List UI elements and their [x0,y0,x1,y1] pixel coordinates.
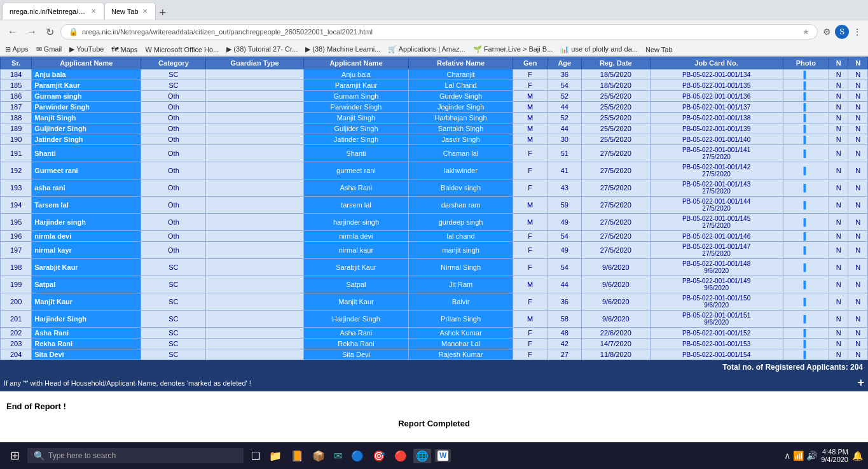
table-cell [206,197,303,214]
table-cell: Paramjit Kaur [303,80,409,91]
table-row[interactable]: 199SatpalSCSatpalJit RamM449/6/2020PB-05… [1,276,868,293]
table-cell: Jatinder Singh [32,134,141,145]
bookmark-farmer[interactable]: 🌱 Farmer.Live > Baji B... [473,45,553,53]
table-cell: M [513,311,548,328]
table-row[interactable]: 191ShantiOthShantiChaman lalF5127/5/2020… [1,145,868,162]
table-cell: 185 [1,80,32,91]
table-cell: Ashok Kumar [409,328,513,339]
table-row[interactable]: 194Tarsem lalOthtarsem laldarshan ramM59… [1,197,868,214]
table-row[interactable]: 185Paramjit KaurSCParamjit KaurLal Chand… [1,80,868,91]
tab-close-active[interactable]: ✕ [90,8,97,15]
table-cell: Oth [141,123,206,134]
tab-close-newtab[interactable]: ✕ [141,8,149,15]
table-cell: N [848,293,868,311]
table-cell: 191 [1,145,32,162]
tab-active[interactable]: nrega.nic.in/Netnrega/writeread... ✕ [3,2,104,20]
refresh-button[interactable]: ↻ [43,25,57,39]
bookmark-office[interactable]: W Microsoft Office Ho... [145,46,219,53]
table-cell: ▌ [783,242,829,259]
table-cell: 44 [548,123,582,134]
table-row[interactable]: 188Manjit SinghOthManjit SinghHarbhajan … [1,113,868,123]
table-cell: PB-05-022-001-001/153 [650,339,783,349]
table-row[interactable]: 198Sarabjit KaurSCSarabjit KaurNirmal Si… [1,259,868,276]
table-cell: M [513,197,548,214]
table-cell: PB-05-022-001-001/143 27/5/2020 [650,179,783,197]
tabs-bar: nrega.nic.in/Netnrega/writeread... ✕ New… [0,0,868,20]
table-cell: 195 [1,214,32,231]
table-cell: Balvir [409,293,513,311]
tab-newtab[interactable]: New Tab ✕ [104,2,156,20]
profile-button[interactable]: S [835,25,849,39]
table-cell: N [829,242,848,259]
table-cell: F [513,69,548,80]
bookmark-youtube[interactable]: ▶ YouTube [69,45,104,53]
table-cell: N [848,145,868,162]
table-cell: 52 [548,113,582,123]
table-row[interactable]: 202Asha RaniSCAsha RaniAshok KumarF4822/… [1,328,868,339]
bookmark-tutorial27[interactable]: ▶ (38) Tutorial 27- Cr... [226,45,298,53]
table-row[interactable]: 186Gurnam singhOthGurnam SinghGurdev Sin… [1,91,868,102]
table-row[interactable]: 193asha raniOthAsha RaniBaldev singhF432… [1,179,868,197]
table-cell: 58 [548,311,582,328]
table-cell [206,328,303,339]
table-cell: N [848,134,868,145]
bookmark-gmail[interactable]: ✉ Gmail [36,45,62,53]
table-cell: Tarsem lal [32,197,141,214]
table-cell: Rajesh Kumar [409,349,513,360]
table-cell: PB-05-022-001-001/149 9/6/2020 [650,276,783,293]
bookmark-plotly[interactable]: 📊 use of plotly and da... [560,45,638,53]
new-tab-button[interactable]: + [156,6,170,20]
table-row[interactable]: 195Harjinder singhOthharjinder singhgurd… [1,214,868,231]
note-row: If any '*' with Head of Household/Applic… [0,374,868,391]
table-row[interactable]: 190Jatinder SinghOthJatinder SinghJasvir… [1,134,868,145]
table-cell: 9/6/2020 [582,293,650,311]
table-row[interactable]: 196nirmla deviOthnirmla devilal chandF54… [1,231,868,242]
bookmark-ml[interactable]: ▶ (38) Machine Learni... [305,45,380,53]
bookmark-apps[interactable]: ⊞ Apps [5,45,29,53]
table-cell: 9/6/2020 [582,311,650,328]
table-cell: Manohar Lal [409,339,513,349]
table-cell: 11/8/2020 [582,349,650,360]
table-row[interactable]: 187Parwinder SinghOthParwinder SinghJogi… [1,102,868,113]
table-cell: Pritam Singh [409,311,513,328]
table-cell: Gurnam Singh [303,91,409,102]
table-row[interactable]: 203Rekha RaniSCRekha RaniManohar LalF421… [1,339,868,349]
table-cell [206,214,303,231]
table-cell: Oth [141,179,206,197]
menu-button[interactable]: ⋮ [851,25,863,38]
table-cell: 204 [1,349,32,360]
forward-button[interactable]: → [24,25,39,39]
table-row[interactable]: 192Gurmeet raniOthgurmeet ranilakhwinder… [1,162,868,179]
bookmark-newtab2[interactable]: New Tab [645,46,673,53]
table-row[interactable]: 201Harjinder SinghSCHarjinder SinghPrita… [1,311,868,328]
table-cell: F [513,179,548,197]
table-cell: Jit Ram [409,276,513,293]
back-button[interactable]: ← [5,25,20,39]
table-cell: Joginder Singh [409,102,513,113]
table-row[interactable]: 200Manjit KaurSCManjit KaurBalvirF369/6/… [1,293,868,311]
bookmark-maps[interactable]: 🗺 Maps [111,46,137,53]
table-row[interactable]: 197nirmal kayrOthnirmal kaurmanjit singh… [1,242,868,259]
table-cell: Parwinder Singh [303,102,409,113]
address-bar[interactable]: 🔒 nrega.nic.in/Netnrega/writereaddata/ci… [60,24,818,39]
table-cell: SC [141,339,206,349]
table-cell: Charanjit [409,69,513,80]
extensions-button[interactable]: ⚙ [822,25,832,38]
table-cell [206,113,303,123]
browser-actions: ⚙ S ⋮ [822,25,863,39]
bookmark-amazon[interactable]: 🛒 Applications | Amaz... [388,45,465,53]
taskbar: ⊞ 🔍 Type here to search ❑ 📁 📙 📦 ✉ 🔵 🎯 🔴 [0,442,868,443]
total-label: Total no. of Registered Applicants: 204 [722,363,863,372]
table-row[interactable]: 189Guljinder SinghOthGuljider SinghSanto… [1,123,868,134]
table-cell: ▌ [783,80,829,91]
table-cell: Harjinder Singh [303,311,409,328]
table-cell: F [513,145,548,162]
table-row[interactable]: 204Sita DeviSCSita DeviRajesh KumarF2711… [1,349,868,360]
table-cell: N [829,231,848,242]
col-category: Category [141,57,206,69]
table-row[interactable]: 184Anju balaSCAnju balaCharanjitF3618/5/… [1,69,868,80]
table-cell: nirmla devi [303,231,409,242]
col-relative: Relative Name [409,57,513,69]
report-completed: Report Completed [0,414,868,433]
table-cell [206,179,303,197]
